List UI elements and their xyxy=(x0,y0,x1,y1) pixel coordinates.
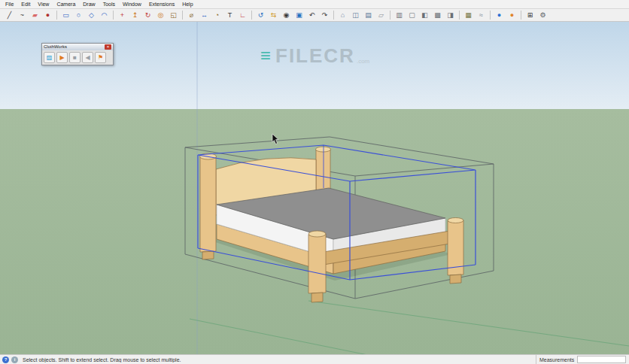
paint-bucket-icon[interactable]: ● xyxy=(42,10,53,20)
circle-tool-icon[interactable]: ○ xyxy=(73,10,84,20)
offset-tool-icon[interactable]: ◎ xyxy=(155,10,166,20)
headboard-post-left xyxy=(200,156,216,252)
toolbar-separator xyxy=(251,11,252,20)
menu-draw[interactable]: Draw xyxy=(79,0,99,8)
iso-view-icon[interactable]: ◫ xyxy=(350,10,361,20)
next-view-icon[interactable]: ↷ xyxy=(319,10,330,20)
status-bar: ?i Select objects. Shift to extend selec… xyxy=(0,354,629,364)
wireframe-style-icon[interactable]: ▥ xyxy=(394,10,405,20)
menu-window[interactable]: Window xyxy=(119,0,145,8)
main-toolbar: ╱~▰●▭○◇◠+↥↻◎◱⌀↔◔T∟↺⇆◉▣↶↷⌂◫▤▱▥▢◧▩◨▦≈●●⊞⚙ xyxy=(0,9,629,22)
menu-bar: FileEditViewCameraDrawToolsWindowExtensi… xyxy=(0,0,629,9)
polygon-tool-icon[interactable]: ◇ xyxy=(86,10,97,20)
stop-simulation-button[interactable]: ■ xyxy=(69,52,81,63)
menu-edit[interactable]: Edit xyxy=(17,0,34,8)
step-back-button[interactable]: ◀ xyxy=(82,52,93,63)
toolbar-separator xyxy=(521,11,521,20)
measurements-section: Measurements xyxy=(536,355,629,364)
clothworks-close-button[interactable]: × xyxy=(105,44,111,50)
foot-post-left-cap xyxy=(308,231,326,237)
cloth-sphere-blue-icon[interactable]: ● xyxy=(494,10,505,20)
filecr-logo-suffix: .com xyxy=(357,58,369,65)
scale-tool-icon[interactable]: ◱ xyxy=(168,10,179,20)
status-icons: ?i xyxy=(0,356,18,363)
clothworks-button-row: ▨▶■◀⚑ xyxy=(42,50,113,65)
toolbar-separator xyxy=(333,11,334,20)
pan-tool-icon[interactable]: ⇆ xyxy=(268,10,279,20)
hidden-line-style-icon[interactable]: ▢ xyxy=(406,10,418,20)
mouse-cursor xyxy=(272,134,278,144)
viewport[interactable]: ≡ FILECR .com ClothWorks × ▨▶■◀⚑ xyxy=(0,21,629,355)
green-axis-line-left xyxy=(190,319,412,355)
measurements-label: Measurements xyxy=(539,357,574,362)
menu-camera[interactable]: Camera xyxy=(53,0,79,8)
front-view-icon[interactable]: ⌂ xyxy=(337,10,348,20)
filecr-logo-text: FILECR xyxy=(275,45,355,66)
monochrome-style-icon[interactable]: ◨ xyxy=(445,10,456,20)
info-status-icon[interactable]: i xyxy=(11,356,18,363)
toolbar-separator xyxy=(182,11,183,20)
toolbar-separator xyxy=(56,11,57,20)
toolbar-separator xyxy=(459,11,460,20)
zoom-extents-icon[interactable]: ▣ xyxy=(293,10,305,20)
run-simulation-button[interactable]: ▶ xyxy=(56,52,68,63)
protractor-tool-icon[interactable]: ◔ xyxy=(211,10,223,20)
tape-measure-icon[interactable]: ⌀ xyxy=(186,10,197,20)
menu-tools[interactable]: Tools xyxy=(99,0,119,8)
clothworks-titlebar[interactable]: ClothWorks × xyxy=(42,44,113,50)
menu-help[interactable]: Help xyxy=(178,0,196,8)
help-status-icon[interactable]: ? xyxy=(2,356,9,363)
arc-tool-icon[interactable]: ◠ xyxy=(99,10,110,20)
toolbar-separator xyxy=(390,11,390,20)
dimension-tool-icon[interactable]: ↔ xyxy=(199,10,210,20)
toolbar-separator xyxy=(490,11,491,20)
cloth-tool-button[interactable]: ▨ xyxy=(44,52,55,63)
shadows-toggle-icon[interactable]: ▦ xyxy=(463,10,474,20)
menu-extensions[interactable]: Extensions xyxy=(145,0,178,8)
clothworks-title: ClothWorks xyxy=(44,44,105,50)
previous-view-icon[interactable]: ↶ xyxy=(306,10,318,20)
zoom-tool-icon[interactable]: ◉ xyxy=(281,10,292,20)
rectangle-tool-icon[interactable]: ▭ xyxy=(60,10,71,20)
push-pull-tool-icon[interactable]: ↥ xyxy=(129,10,141,20)
freehand-tool-icon[interactable]: ~ xyxy=(17,10,28,20)
pin-vertices-button[interactable]: ⚑ xyxy=(95,52,106,63)
top-view-icon[interactable]: ▤ xyxy=(363,10,374,20)
green-axis-line-right xyxy=(308,301,629,346)
foot-post-right-foot xyxy=(450,275,461,284)
section-plane-icon[interactable]: ▱ xyxy=(375,10,387,20)
headboard-post-left-foot xyxy=(202,251,214,259)
foot-post-left-foot xyxy=(311,293,323,302)
move-tool-icon[interactable]: + xyxy=(117,10,128,20)
status-message: Select objects. Shift to extend select. … xyxy=(23,357,536,362)
foot-post-left xyxy=(308,234,326,293)
menu-view[interactable]: View xyxy=(34,0,53,8)
filecr-logo-icon: ≡ xyxy=(260,45,271,66)
fog-toggle-icon[interactable]: ≈ xyxy=(476,10,487,20)
orbit-tool-icon[interactable]: ↺ xyxy=(255,10,266,20)
line-tool-icon[interactable]: ╱ xyxy=(4,10,15,20)
filecr-watermark: ≡ FILECR .com xyxy=(260,45,369,66)
toolbar-separator xyxy=(113,11,114,20)
axes-tool-icon[interactable]: ∟ xyxy=(237,10,248,20)
eraser-tool-icon[interactable]: ▰ xyxy=(29,10,41,20)
model-scene xyxy=(0,21,629,355)
zoom-region-icon[interactable]: ⊞ xyxy=(524,10,536,20)
textured-style-icon[interactable]: ▩ xyxy=(432,10,443,20)
shaded-style-icon[interactable]: ◧ xyxy=(419,10,430,20)
menu-file[interactable]: File xyxy=(2,0,17,8)
preferences-gear-icon[interactable]: ⚙ xyxy=(537,10,548,20)
rotate-tool-icon[interactable]: ↻ xyxy=(142,10,153,20)
measurements-box[interactable] xyxy=(577,356,626,363)
cloth-sphere-orange-icon[interactable]: ● xyxy=(506,10,518,20)
clothworks-palette: ClothWorks × ▨▶■◀⚑ xyxy=(41,43,114,65)
text-tool-icon[interactable]: T xyxy=(224,10,235,20)
foot-post-right-cap xyxy=(448,218,463,223)
